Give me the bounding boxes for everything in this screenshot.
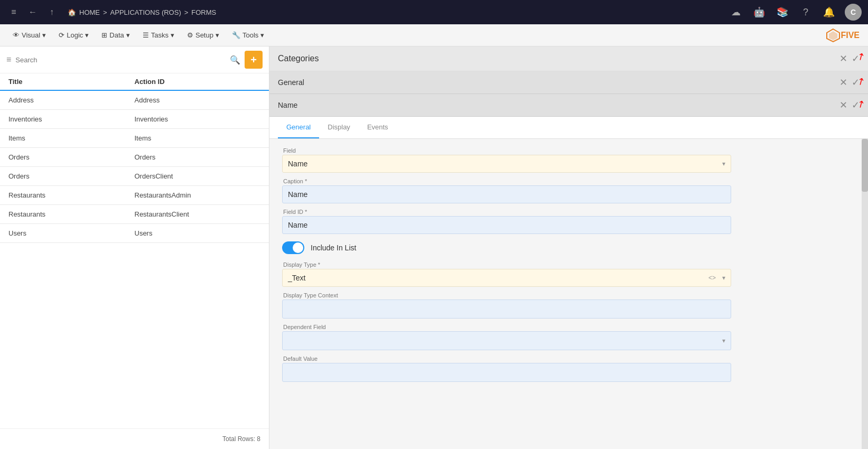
caption-input[interactable]: Name <box>282 185 731 203</box>
nav-data[interactable]: ⊞ Data ▾ <box>97 29 134 41</box>
table-row[interactable]: Users Users <box>0 224 269 243</box>
display-type-label: Display Type * <box>282 261 731 268</box>
search-bar: ≡ 🔍 + <box>0 46 269 73</box>
general-section-header: General ✕ ✓ ↗ <box>269 71 868 94</box>
display-type-controls: <> ▾ <box>708 274 725 282</box>
top-nav-right: ☁ 🤖 📚 ? 🔔 C <box>729 4 862 21</box>
row-action-id: OrdersClient <box>135 172 261 180</box>
table-row[interactable]: Inventories Inventories <box>0 110 269 129</box>
nav-tasks[interactable]: ☰ Tasks ▾ <box>138 29 179 41</box>
bell-icon[interactable]: 🔔 <box>822 5 836 20</box>
right-panel: Categories ✕ ✓ ↗ General ✕ ✓ ↗ Name ✕ ✓ … <box>269 46 868 449</box>
row-title: Orders <box>8 153 135 161</box>
table-row[interactable]: Orders Orders <box>0 148 269 167</box>
default-value-label: Default Value <box>282 356 731 362</box>
breadcrumb-crumb1[interactable]: APPLICATIONS (ROS) <box>110 8 181 16</box>
row-title: Orders <box>8 172 135 180</box>
logic-icon: ⟳ <box>59 31 64 39</box>
tab-events[interactable]: Events <box>359 117 397 138</box>
nav-visual[interactable]: 👁 Visual ▾ <box>8 29 50 41</box>
top-navbar: ≡ ← ↑ 🏠 HOME > APPLICATIONS (ROS) > FORM… <box>0 0 868 24</box>
name-close-button[interactable]: ✕ <box>839 99 847 111</box>
nav-tools[interactable]: 🔧 Tools ▾ <box>228 29 268 41</box>
categories-header: Categories ✕ ✓ ↗ <box>269 46 868 71</box>
breadcrumb-sep2: > <box>184 8 189 16</box>
tab-general[interactable]: General <box>278 117 319 138</box>
scrollbar-thumb[interactable] <box>862 139 868 192</box>
display-type-context-label: Display Type Context <box>282 292 731 298</box>
field-group-display-type: Display Type * _Text <> ▾ <box>282 261 731 287</box>
display-type-context-input[interactable] <box>282 300 731 319</box>
categories-close-button[interactable]: ✕ <box>839 53 847 64</box>
display-type-input[interactable]: _Text <> ▾ <box>282 269 731 287</box>
row-action-id: Orders <box>135 153 261 161</box>
include-in-list-toggle[interactable] <box>282 241 304 254</box>
search-input[interactable] <box>15 56 226 64</box>
nav-setup[interactable]: ⚙ Setup ▾ <box>183 29 223 41</box>
home-icon: 🏠 <box>68 8 76 16</box>
field-input[interactable]: Name ▾ <box>282 155 731 173</box>
field-group-field: Field Name ▾ <box>282 147 731 173</box>
setup-arrow: ▾ <box>216 31 219 39</box>
back-icon[interactable]: ← <box>25 5 40 20</box>
table-row[interactable]: Items Items <box>0 129 269 148</box>
default-value-input[interactable] <box>282 363 731 382</box>
five-logo-icon <box>826 28 841 43</box>
home-label[interactable]: HOME <box>79 8 100 16</box>
row-action-id: Items <box>135 134 261 142</box>
tasks-arrow: ▾ <box>171 31 174 39</box>
table-row[interactable]: Address Address <box>0 91 269 110</box>
row-title: Restaurants <box>8 210 135 218</box>
table-row[interactable]: Orders OrdersClient <box>0 167 269 186</box>
scrollbar-track[interactable] <box>862 139 868 449</box>
table-row[interactable]: Restaurants RestaurantsAdmin <box>0 186 269 205</box>
secondary-navbar: 👁 Visual ▾ ⟳ Logic ▾ ⊞ Data ▾ ☰ Tasks ▾ … <box>0 24 868 46</box>
table-footer: Total Rows: 8 <box>0 428 269 449</box>
data-arrow: ▾ <box>126 31 130 39</box>
tab-display[interactable]: Display <box>319 117 359 138</box>
field-group-default-value: Default Value <box>282 356 731 382</box>
breadcrumb: 🏠 HOME > APPLICATIONS (ROS) > FORMS <box>68 8 216 16</box>
visual-icon: 👁 <box>13 31 20 39</box>
table-row[interactable]: Restaurants RestaurantsClient <box>0 205 269 224</box>
display-type-value: _Text <box>288 274 305 282</box>
row-title: Address <box>8 96 135 104</box>
logic-label: Logic <box>67 31 83 39</box>
help-icon[interactable]: ? <box>798 5 813 20</box>
nav-logic[interactable]: ⟳ Logic ▾ <box>54 29 93 41</box>
row-action-id: RestaurantsAdmin <box>135 191 261 199</box>
field-group-display-type-context: Display Type Context <box>282 292 731 319</box>
field-id-input[interactable]: Name <box>282 216 731 234</box>
logic-arrow: ▾ <box>85 31 89 39</box>
up-icon[interactable]: ↑ <box>44 5 59 20</box>
row-action-id: Address <box>135 96 261 104</box>
add-button[interactable]: + <box>245 51 263 69</box>
field-group-dependent-field: Dependent Field ▾ <box>282 324 731 350</box>
categories-title: Categories <box>278 54 839 63</box>
hamburger-icon[interactable]: ≡ <box>6 5 21 20</box>
search-icon[interactable]: 🔍 <box>230 55 240 65</box>
field-label: Field <box>282 147 731 154</box>
left-panel: ≡ 🔍 + Title Action ID Address Address In… <box>0 46 269 449</box>
bot-icon[interactable]: 🤖 <box>752 5 767 20</box>
field-id-label: Field ID * <box>282 209 731 215</box>
cloud-icon[interactable]: ☁ <box>729 5 743 20</box>
filter-icon[interactable]: ≡ <box>6 55 11 64</box>
row-action-id: RestaurantsClient <box>135 210 261 218</box>
tabs-bar: General Display Events <box>269 117 868 139</box>
row-title: Inventories <box>8 115 135 123</box>
row-title: Users <box>8 229 135 237</box>
books-icon[interactable]: 📚 <box>775 5 790 20</box>
form-scroll-area: Field Name ▾ Caption * Name <box>269 139 862 449</box>
code-icon[interactable]: <> <box>708 274 716 282</box>
data-label: Data <box>109 31 124 39</box>
general-close-button[interactable]: ✕ <box>839 77 847 88</box>
row-action-id: Inventories <box>135 115 261 123</box>
display-type-arrow: ▾ <box>722 274 725 282</box>
field-group-field-id: Field ID * Name <box>282 209 731 234</box>
tasks-icon: ☰ <box>143 31 149 39</box>
breadcrumb-crumb2[interactable]: FORMS <box>191 8 216 16</box>
avatar[interactable]: C <box>845 4 862 21</box>
breadcrumb-sep1: > <box>103 8 107 16</box>
dependent-field-input[interactable]: ▾ <box>282 331 731 350</box>
